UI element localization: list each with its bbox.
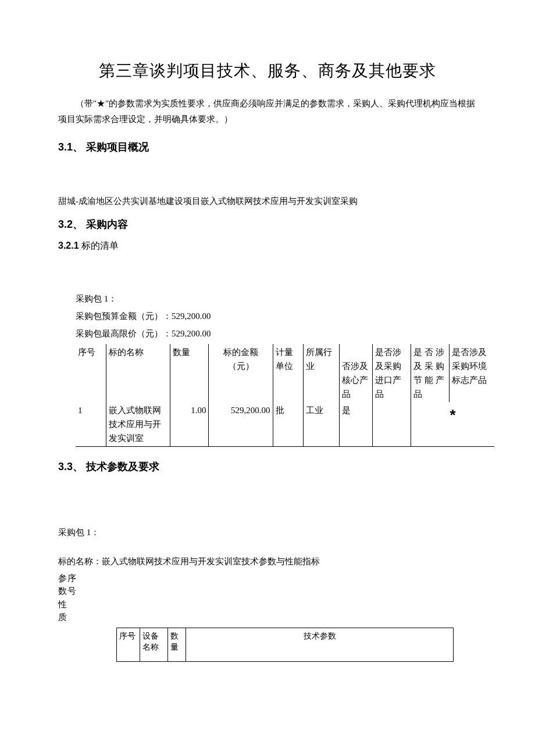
section-3-2: 3.2、 采购内容 (58, 216, 477, 233)
table-row: 1 嵌入式物联网技术应用与开发实训室 1.00 529,200.00 批 工业 … (76, 402, 494, 447)
col-devname: 设备名称 (140, 628, 167, 661)
listing-table: 序号 标的名称 数量 标的金额（元） 计量单位 所属行业 否涉及核心产品 是否涉… (76, 344, 494, 447)
ceiling-line: 采购包最高限价（元）：529,200.00 (76, 327, 477, 341)
cell-qty: 1.00 (170, 402, 209, 447)
col-import: 是否涉及采购进口产品 (373, 344, 411, 402)
cell-core: 是 (340, 402, 373, 447)
table-header-row: 序号 设备名称 数量 技术参数 (117, 628, 454, 661)
col-qty: 数量 (170, 344, 209, 402)
target-name-line: 标的名称：嵌入式物联网技术应用与开发实训室技术参数与性能指标 (58, 554, 477, 568)
cell-name: 嵌入式物联网技术应用与开发实训室 (106, 402, 170, 447)
section-num: 3.1、 (58, 141, 83, 153)
col-env: 是否涉及采购环境标志产品 (450, 344, 494, 402)
param-seq-label: 序号 (67, 572, 77, 598)
cell-star: * (411, 402, 494, 447)
section-num: 3.2、 (58, 218, 83, 230)
star-note: （带"★"的参数需求为实质性要求，供应商必须响应并满足的参数需求，采购人、采购代… (58, 96, 477, 127)
package-label: 采购包 1： (76, 292, 477, 306)
star-icon: * (450, 406, 456, 424)
col-core: 否涉及核心产品 (340, 344, 373, 402)
cell-industry: 工业 (304, 402, 340, 447)
section-title: 采购项目概况 (86, 141, 149, 153)
col-amount: 标的金额（元） (209, 344, 273, 402)
section-title: 技术参数及要求 (86, 461, 159, 472)
cell-unit: 批 (273, 402, 304, 447)
col-name: 标的名称 (106, 344, 170, 402)
cell-amount: 529,200.00 (209, 402, 273, 447)
col-seq: 序号 (76, 344, 106, 402)
section-3-1: 3.1、 采购项目概况 (58, 139, 477, 156)
section-num: 3.3、 (58, 461, 83, 472)
section-3-2-1: 3.2.1 标的清单 (58, 238, 477, 253)
col-unit: 计量单位 (273, 344, 304, 402)
section-3-3: 3.3、 技术参数及要求 (58, 458, 477, 475)
col-industry: 所属行业 (304, 344, 340, 402)
cell-seq: 1 (76, 402, 106, 447)
section-title: 采购内容 (86, 218, 128, 230)
param-nature-label: 参数性质 (58, 572, 67, 624)
subsection-num: 3.2.1 (58, 241, 79, 250)
col-qty: 数量 (167, 628, 186, 661)
col-seq: 序号 (117, 628, 140, 661)
params-table: 序号 设备名称 数量 技术参数 (116, 628, 454, 662)
col-spec: 技术参数 (186, 628, 454, 661)
budget-line: 采购包预算金额（元）：529,200.00 (76, 309, 477, 323)
table-header-row: 序号 标的名称 数量 标的金额（元） 计量单位 所属行业 否涉及核心产品 是否涉… (76, 344, 494, 402)
package-label-2: 采购包 1： (58, 525, 477, 539)
overview-text: 甜城-成渝地区公共实训基地建设项目嵌入式物联网技术应用与开发实训室采购 (58, 194, 477, 208)
col-energy: 是 否 涉及 采 购节 能 产品 (411, 344, 450, 402)
chapter-title: 第三章谈判项目技术、服务、商务及其他要求 (58, 58, 477, 84)
subsection-title: 标的清单 (81, 241, 119, 250)
cell-import (373, 402, 411, 447)
